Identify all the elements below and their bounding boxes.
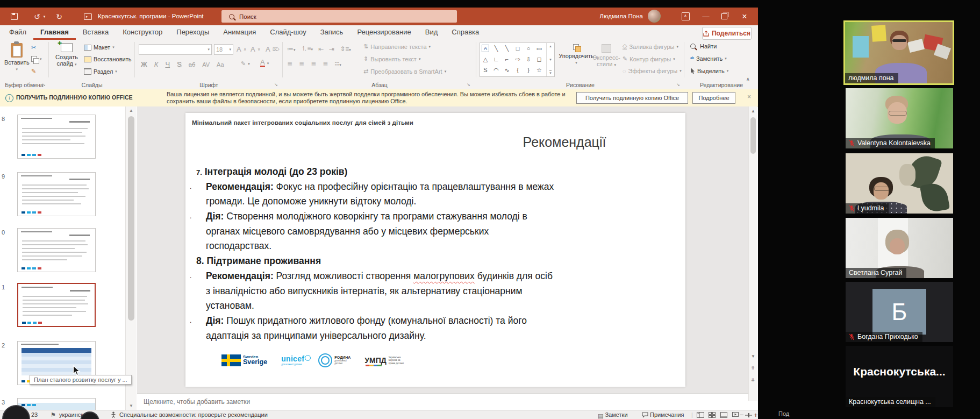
start-slideshow-icon[interactable]: ▸ (84, 13, 92, 20)
font-size-combobox[interactable]: 18▾ (214, 44, 233, 55)
tab-Запись[interactable]: Запись (313, 25, 350, 40)
tab-Анимация[interactable]: Анимация (216, 25, 263, 40)
warning-close-icon[interactable]: × (747, 93, 751, 101)
tab-Вид[interactable]: Вид (418, 25, 445, 40)
section-button[interactable]: Раздел▾ (84, 68, 117, 75)
repeat-icon[interactable]: ↻ (56, 12, 62, 21)
shape-glyph[interactable]: A (482, 45, 489, 52)
shape-glyph[interactable]: ╲ (502, 43, 512, 54)
layout-button[interactable]: Макет▾ (84, 44, 115, 51)
shape-glyph[interactable]: ◻ (534, 54, 545, 65)
slide-thumbnail-23[interactable] (17, 398, 96, 410)
select-button[interactable]: Выделить▾ (690, 68, 728, 74)
copy-button[interactable]: ▾ (31, 56, 42, 62)
reading-view-icon[interactable] (720, 411, 727, 419)
text-direction-button[interactable]: ⇅Направление текста▾ (363, 43, 431, 50)
learn-more-button[interactable]: Подробнее (692, 92, 735, 104)
normal-view-icon[interactable] (697, 411, 704, 419)
tab-Файл[interactable]: Файл (2, 25, 33, 40)
slide-thumbnail-21-selected[interactable] (17, 283, 96, 327)
shape-glyph[interactable]: ⌐ (502, 54, 512, 65)
scroll-up-icon[interactable]: ▲ (129, 108, 133, 113)
shape-glyph[interactable]: ╲ (491, 43, 502, 54)
participant-tile[interactable]: Светлана Сургай (846, 218, 953, 278)
cut-button[interactable]: ✂ (31, 44, 39, 51)
font-style-token-4[interactable]: аб (189, 61, 195, 68)
zoom-in-icon[interactable]: + (754, 411, 758, 419)
shape-glyph[interactable]: ◠ (491, 65, 502, 75)
convert-smartart-button[interactable]: ⇄Преобразовать в SmartArt▾ (363, 68, 446, 75)
participant-tile[interactable]: Valentyna Kolontaievska (846, 88, 953, 148)
bullets-icon[interactable]: ≔▾ (287, 45, 296, 53)
spellcheck-flag-icon[interactable]: ⚑ (51, 411, 56, 419)
tab-Главная[interactable]: Главная (33, 25, 76, 40)
collapse-ribbon-icon[interactable]: ∧ (746, 76, 750, 82)
zoom-more-label[interactable]: Под (778, 410, 789, 417)
slideshow-view-icon[interactable] (732, 411, 739, 419)
line-spacing-icon[interactable]: ⇕≡▾ (340, 45, 351, 53)
shape-glyph[interactable]: ∿ (502, 65, 512, 75)
tab-Справка[interactable]: Справка (445, 25, 486, 40)
shape-glyph[interactable]: □ (512, 43, 523, 54)
close-button[interactable]: × (735, 8, 754, 25)
shape-effects-button[interactable]: ◌Эффекты фигуры▾ (623, 68, 682, 74)
shape-glyph[interactable]: ⇩ (523, 54, 534, 65)
undo-dropdown-icon[interactable]: ▾ (44, 15, 46, 19)
tab-Вставка[interactable]: Вставка (76, 25, 116, 40)
font-style-token-6[interactable]: Аа (217, 61, 224, 68)
shape-glyph[interactable]: ○ (523, 43, 534, 54)
shape-glyph[interactable]: ▭ (534, 43, 545, 54)
ribbon-display-options-button[interactable]: ∧ (676, 8, 695, 25)
tab-Слайд-шоу[interactable]: Слайд-шоу (263, 25, 313, 40)
font-style-token-0[interactable]: Ж (141, 60, 147, 68)
shape-glyph[interactable]: ∟ (491, 54, 502, 65)
shape-fill-button[interactable]: ◇Заливка фигуры▾ (623, 43, 678, 50)
undo-icon[interactable]: ↺ (34, 12, 40, 21)
save-icon[interactable] (11, 13, 18, 20)
account-name[interactable]: Людмила Пона (589, 8, 643, 25)
notes-toggle-button[interactable]: ▤ Заметки (598, 411, 628, 419)
comments-toggle-button[interactable]: Примечания (642, 411, 684, 419)
drawing-dialog-launcher-icon[interactable]: ↘ (676, 82, 680, 87)
thumbnails-scrollbar[interactable]: ▲ ▼ (125, 106, 137, 410)
paragraph-dialog-launcher-icon[interactable]: ↘ (467, 82, 470, 87)
font-style-token-2[interactable]: Ч (165, 60, 170, 68)
align-right-icon[interactable]: ≣ (311, 60, 316, 68)
highlight-color-button[interactable]: ✎▾ (241, 60, 250, 67)
canvas-scrollbar[interactable]: ▲ ▼ ⇈ ⇊ (748, 106, 757, 401)
participant-tile-active[interactable]: людмила пона (843, 20, 954, 85)
previous-slide-icon[interactable]: ⇈ (751, 366, 755, 371)
font-style-token-1[interactable]: К (154, 60, 159, 68)
scroll-down-icon[interactable]: ▼ (129, 403, 133, 408)
notes-pane[interactable]: Щелкните, чтобы добавить заметки (137, 393, 748, 410)
align-left-icon[interactable]: ≣ (287, 60, 292, 68)
share-button[interactable]: Поделиться (702, 27, 752, 40)
zoom-slider[interactable] (745, 415, 752, 416)
zoom-out-icon[interactable]: − (740, 411, 744, 419)
clipboard-dialog-launcher-icon[interactable]: ↘ (42, 82, 46, 87)
scroll-up-icon[interactable]: ▲ (751, 109, 755, 113)
font-dialog-launcher-icon[interactable]: ↘ (274, 82, 278, 87)
align-text-button[interactable]: ⇕Выровнять текст▾ (363, 55, 420, 62)
increase-indent-icon[interactable]: ⇥ (329, 45, 334, 53)
shape-glyph[interactable]: } (523, 65, 534, 75)
font-color-button[interactable]: А▾ (260, 59, 269, 67)
current-slide[interactable]: Мінімальний пакет інтегрованих соціальни… (185, 113, 685, 387)
restore-button[interactable] (715, 8, 733, 25)
paste-button[interactable]: Вставить ▾ (4, 43, 30, 72)
new-slide-button[interactable]: Создатьслайд ▾ (53, 43, 81, 67)
participant-tile[interactable]: Lyudmila (846, 153, 953, 214)
scrollbar-thumb[interactable] (128, 116, 134, 321)
tab-Переходы[interactable]: Переходы (169, 25, 216, 40)
minimize-button[interactable]: — (697, 8, 715, 25)
replace-button[interactable]: ᵃᵇЗаменить▾ (690, 55, 727, 62)
find-button[interactable]: Найти (690, 43, 717, 49)
slide-sorter-view-icon[interactable] (709, 411, 716, 419)
align-center-icon[interactable]: ≣ (299, 60, 304, 68)
justify-icon[interactable]: ≣ (323, 60, 328, 68)
arrange-button[interactable]: Упорядочить▾ (559, 44, 593, 65)
shape-glyph[interactable]: ☆ (534, 65, 545, 75)
scrollbar-thumb[interactable] (750, 117, 756, 154)
shape-glyph[interactable]: S (480, 65, 491, 75)
quick-styles-button[interactable]: Экспресс-стили ▾ (593, 44, 619, 67)
